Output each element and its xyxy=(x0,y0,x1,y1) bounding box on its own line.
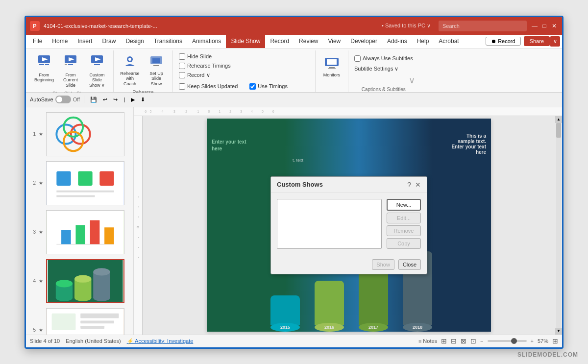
slide-item-5[interactable]: 5 ★ xyxy=(28,307,131,335)
use-timings-checkbox[interactable] xyxy=(249,83,256,90)
autosave-toggle[interactable] xyxy=(55,96,71,103)
window-controls: — □ ✕ xyxy=(531,22,558,30)
share-dropdown[interactable]: ∨ xyxy=(550,36,560,47)
slide-canvas-wrap: Enter your texthere This is asample text… xyxy=(143,116,555,335)
scroll-track[interactable] xyxy=(556,123,561,328)
slide-thumb-3 xyxy=(46,210,124,254)
slide-canvas[interactable]: Enter your texthere This is asample text… xyxy=(207,119,491,332)
share-button[interactable]: Share xyxy=(524,36,550,46)
menu-animations[interactable]: Animations xyxy=(187,35,226,48)
slide-star-1: ★ xyxy=(39,131,43,137)
dialog-close-button[interactable]: Close xyxy=(398,259,421,270)
svg-rect-15 xyxy=(153,65,159,66)
dialog-action-buttons: New... Edit... Remove Copy xyxy=(387,199,421,249)
rehearse-timings-checkbox[interactable] xyxy=(179,63,185,69)
monitors-label: Monitors xyxy=(323,73,341,78)
ribbon-use-timings[interactable]: Use Timings xyxy=(247,82,311,91)
quick-access-toolbar: AutoSave Off 💾 ↩ ↪ | ▶ ⬇ xyxy=(26,93,562,107)
maximize-button[interactable]: □ xyxy=(540,22,548,30)
menu-record[interactable]: Record xyxy=(265,35,294,48)
ribbon-rehearse-coach[interactable]: Rehearsewith Coach xyxy=(118,52,142,89)
presenter-view[interactable]: ⊡ xyxy=(470,337,476,345)
ribbon-always-subtitles[interactable]: Always Use Subtitles xyxy=(352,54,415,63)
menu-file[interactable]: File xyxy=(28,35,47,48)
dialog-remove-button[interactable]: Remove xyxy=(387,225,421,236)
slide-star-3: ★ xyxy=(39,229,43,235)
dialog-help[interactable]: ? xyxy=(407,181,411,189)
zoom-out[interactable]: − xyxy=(480,338,483,344)
scroll-thumb[interactable] xyxy=(556,123,561,138)
hide-slide-checkbox[interactable] xyxy=(179,53,185,60)
slide-star-4: ★ xyxy=(39,278,43,284)
svg-rect-28 xyxy=(99,171,114,185)
menu-transitions[interactable]: Transitions xyxy=(149,35,187,48)
minimize-button[interactable]: — xyxy=(531,22,539,30)
ribbon-monitors[interactable]: Monitors xyxy=(319,52,344,82)
svg-rect-34 xyxy=(75,225,85,244)
slide-item-1[interactable]: 1 ★ xyxy=(28,111,131,157)
scroll-down[interactable]: ▼ xyxy=(555,328,562,335)
slide-thumb-content-1 xyxy=(47,113,124,156)
save-btn[interactable]: 💾 xyxy=(88,96,99,104)
ribbon-subtitle-settings[interactable]: Subtitle Settings ∨ xyxy=(352,65,401,73)
slide-item-2[interactable]: 2 ★ xyxy=(28,160,131,206)
menu-design[interactable]: Design xyxy=(121,35,148,48)
menu-draw[interactable]: Draw xyxy=(97,35,121,48)
menu-addins[interactable]: Add-ins xyxy=(382,35,412,48)
dialog-copy-button[interactable]: Copy xyxy=(387,238,421,249)
scroll-up[interactable]: ▲ xyxy=(555,116,562,123)
slide-thumb-2 xyxy=(46,161,124,205)
normal-view[interactable]: ⊞ xyxy=(441,337,447,345)
always-subtitles-checkbox[interactable] xyxy=(354,55,361,62)
redo-btn[interactable]: ↪ xyxy=(111,96,120,104)
menu-developer[interactable]: Developer xyxy=(345,35,382,48)
svg-rect-6 xyxy=(65,64,67,65)
svg-rect-14 xyxy=(152,58,160,63)
slide-sorter[interactable]: ⊟ xyxy=(451,337,457,345)
ruler-horizontal: -6 -5 -4 -3 -2 -1 0 1 2 3 4 5 6 xyxy=(134,107,562,116)
ribbon-setup-slideshow[interactable]: Set UpSlide Show xyxy=(144,52,169,89)
keep-slides-checkbox[interactable] xyxy=(179,83,185,90)
menu-home[interactable]: Home xyxy=(47,35,73,48)
zoom-in[interactable]: + xyxy=(531,338,534,344)
menu-help[interactable]: Help xyxy=(412,35,434,48)
more-tools[interactable]: ⬇ xyxy=(139,96,147,104)
menu-review[interactable]: Review xyxy=(294,35,323,48)
search-input[interactable] xyxy=(439,21,527,31)
slide-item-3[interactable]: 3 ★ xyxy=(28,209,131,255)
dialog-close-icon[interactable]: ✕ xyxy=(415,181,421,189)
ribbon-keep-slides[interactable]: Keep Slides Updated xyxy=(177,82,240,91)
dialog-show-button[interactable]: Show xyxy=(372,259,394,270)
record-checkbox[interactable] xyxy=(179,72,185,78)
notes-btn[interactable]: ≡ Notes xyxy=(418,338,437,344)
fit-slide[interactable]: ⊞ xyxy=(552,337,558,345)
ribbon-hide-slide[interactable]: Hide Slide xyxy=(177,52,214,61)
ribbon-record[interactable]: Record ∨ xyxy=(177,71,212,79)
record-button[interactable]: ⏺ Record xyxy=(486,37,521,46)
menu-view[interactable]: View xyxy=(323,35,345,48)
menu-acrobat[interactable]: Acrobat xyxy=(434,35,464,48)
accessibility[interactable]: ⚡ Accessibility: Investigate xyxy=(127,338,194,344)
dialog-new-button[interactable]: New... xyxy=(387,199,421,211)
zoom-thumb xyxy=(511,338,517,344)
ribbon-from-beginning[interactable]: FromBeginning xyxy=(32,52,56,85)
slide-item-4[interactable]: 4 ★ xyxy=(28,258,131,304)
dialog-edit-button[interactable]: Edit... xyxy=(387,213,421,223)
present-btn[interactable]: ▶ xyxy=(129,96,137,104)
close-button[interactable]: ✕ xyxy=(550,22,558,30)
undo-btn[interactable]: ↩ xyxy=(101,96,109,104)
slide-thumb-4 xyxy=(46,259,124,303)
ruler-mark: -6 xyxy=(144,110,147,113)
ribbon-rehearse-timings[interactable]: Rehearse Timings xyxy=(177,62,233,70)
reading-view[interactable]: ⊠ xyxy=(461,337,466,345)
captions-expand[interactable]: ∨ xyxy=(409,75,415,86)
menu-bar: File Home Insert Draw Design Transitions… xyxy=(26,35,562,49)
menu-slideshow[interactable]: Slide Show xyxy=(226,35,265,48)
ribbon-custom-slideshow[interactable]: Custom SlideShow ∨ xyxy=(85,52,109,90)
dialog-list[interactable] xyxy=(277,199,382,249)
ribbon-from-current[interactable]: FromCurrent Slide xyxy=(58,52,83,90)
zoom-slider[interactable] xyxy=(488,340,527,342)
zoom-level[interactable]: 57% xyxy=(538,338,548,344)
use-timings-label: Use Timings xyxy=(258,83,288,89)
menu-insert[interactable]: Insert xyxy=(73,35,97,48)
